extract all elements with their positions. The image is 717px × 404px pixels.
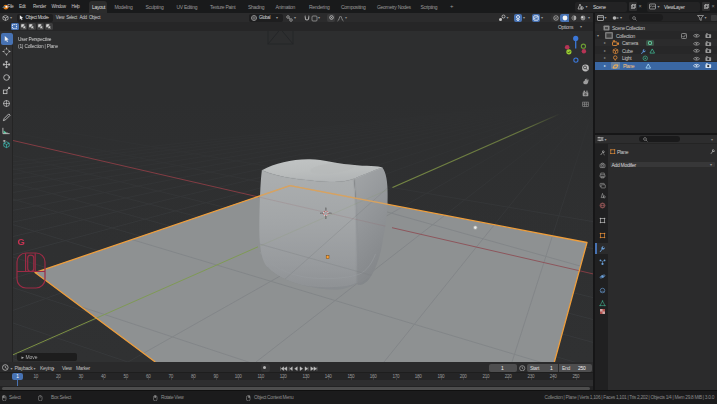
svg-text:▸ Move: ▸ Move <box>22 354 38 360</box>
svg-text:User Perspective: User Perspective <box>18 37 52 42</box>
svg-text:(1) Collection | Plane: (1) Collection | Plane <box>18 44 59 49</box>
svg-text:G: G <box>18 236 25 247</box>
